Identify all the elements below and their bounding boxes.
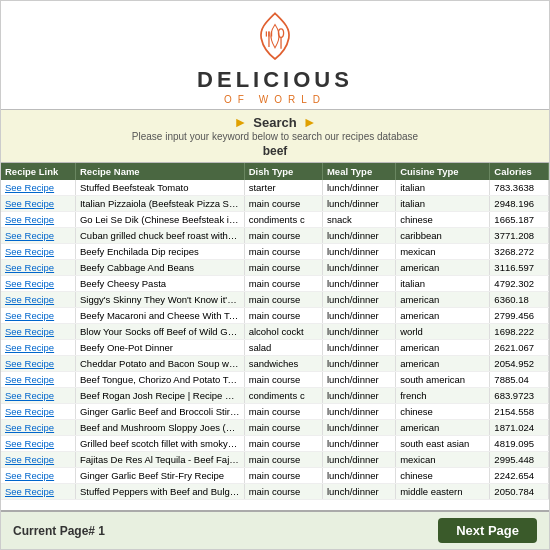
table-cell: main course xyxy=(244,436,322,452)
table-cell: salad xyxy=(244,340,322,356)
table-cell: 1871.024 xyxy=(490,420,549,436)
table-cell: main course xyxy=(244,196,322,212)
table-cell: Blow Your Socks off Beef of Wild Game Ma… xyxy=(75,324,244,340)
table-cell: italian xyxy=(396,180,490,196)
table-cell: lunch/dinner xyxy=(322,180,395,196)
table-row: See RecipeStuffed Beefsteak Tomatostarte… xyxy=(1,180,549,196)
recipe-link[interactable]: See Recipe xyxy=(1,388,75,404)
table-row: See RecipeCuban grilled chuck beef roast… xyxy=(1,228,549,244)
table-cell: american xyxy=(396,260,490,276)
table-cell: sandwiches xyxy=(244,356,322,372)
table-cell: 4819.095 xyxy=(490,436,549,452)
table-cell: Ginger Garlic Beef Stir-Fry Recipe xyxy=(75,468,244,484)
recipe-link[interactable]: See Recipe xyxy=(1,180,75,196)
table-cell: lunch/dinner xyxy=(322,260,395,276)
table-cell: lunch/dinner xyxy=(322,436,395,452)
table-cell: Beefy One-Pot Dinner xyxy=(75,340,244,356)
table-cell: Beefy Enchilada Dip recipes xyxy=(75,244,244,260)
recipe-link[interactable]: See Recipe xyxy=(1,404,75,420)
recipe-link[interactable]: See Recipe xyxy=(1,228,75,244)
table-cell: lunch/dinner xyxy=(322,356,395,372)
table-row: See RecipeBlow Your Socks off Beef of Wi… xyxy=(1,324,549,340)
table-cell: Siggy's Skinny They Won't Know it's not … xyxy=(75,292,244,308)
table-row: See RecipeGrilled beef scotch fillet wit… xyxy=(1,436,549,452)
table-body: See RecipeStuffed Beefsteak Tomatostarte… xyxy=(1,180,549,500)
recipe-link[interactable]: See Recipe xyxy=(1,468,75,484)
recipe-link[interactable]: See Recipe xyxy=(1,196,75,212)
table-cell: french xyxy=(396,388,490,404)
table-cell: 6360.18 xyxy=(490,292,549,308)
table-cell: lunch/dinner xyxy=(322,244,395,260)
table-cell: snack xyxy=(322,212,395,228)
table-cell: Ginger Garlic Beef and Broccoli Stir Fry xyxy=(75,404,244,420)
table-cell: lunch/dinner xyxy=(322,276,395,292)
table-cell: 7885.04 xyxy=(490,372,549,388)
table-cell: 783.3638 xyxy=(490,180,549,196)
table-row: See RecipeBeef Tongue, Chorizo And Potat… xyxy=(1,372,549,388)
table-cell: main course xyxy=(244,292,322,308)
table-cell: Fajitas De Res Al Tequila - Beef Fajitas… xyxy=(75,452,244,468)
header: DELICIOUS OF WORLD xyxy=(1,1,549,109)
table-cell: main course xyxy=(244,276,322,292)
recipe-link[interactable]: See Recipe xyxy=(1,340,75,356)
table-cell: Beef Rogan Josh Recipe | Recipe Rogan Jo… xyxy=(75,388,244,404)
recipe-link[interactable]: See Recipe xyxy=(1,372,75,388)
table-row: See RecipeGo Lei Se Dik (Chinese Beefste… xyxy=(1,212,549,228)
recipe-link[interactable]: See Recipe xyxy=(1,356,75,372)
table-cell: lunch/dinner xyxy=(322,420,395,436)
table-cell: mexican xyxy=(396,244,490,260)
recipe-link[interactable]: See Recipe xyxy=(1,436,75,452)
table-cell: american xyxy=(396,292,490,308)
search-title: Search xyxy=(253,115,296,130)
table-cell: starter xyxy=(244,180,322,196)
table-cell: 2621.067 xyxy=(490,340,549,356)
table-row: See RecipeSiggy's Skinny They Won't Know… xyxy=(1,292,549,308)
table-cell: Beef Tongue, Chorizo And Potato Taquitos… xyxy=(75,372,244,388)
table-cell: lunch/dinner xyxy=(322,196,395,212)
recipe-link[interactable]: See Recipe xyxy=(1,212,75,228)
table-cell: Cheddar Potato and Bacon Soup with Roast… xyxy=(75,356,244,372)
table-cell: 4792.302 xyxy=(490,276,549,292)
table-cell: main course xyxy=(244,308,322,324)
col-meal-type: Meal Type xyxy=(322,163,395,180)
recipe-link[interactable]: See Recipe xyxy=(1,244,75,260)
table-cell: 2799.456 xyxy=(490,308,549,324)
app-container: DELICIOUS OF WORLD ► Search ► Please inp… xyxy=(0,0,550,550)
recipe-link[interactable]: See Recipe xyxy=(1,420,75,436)
recipe-link[interactable]: See Recipe xyxy=(1,308,75,324)
table-cell: chinese xyxy=(396,404,490,420)
table-cell: 1665.187 xyxy=(490,212,549,228)
table-cell: Cuban grilled chuck beef roast with gril… xyxy=(75,228,244,244)
table-cell: main course xyxy=(244,484,322,500)
results-table: Recipe Link Recipe Name Dish Type Meal T… xyxy=(1,163,549,500)
table-cell: Italian Pizzaiola (Beefsteak Pizza Style… xyxy=(75,196,244,212)
recipe-link[interactable]: See Recipe xyxy=(1,484,75,500)
brand-title: DELICIOUS xyxy=(197,67,353,93)
col-calories: Calories xyxy=(490,163,549,180)
table-cell: chinese xyxy=(396,212,490,228)
table-row: See RecipeBeefy Macaroni and Cheese With… xyxy=(1,308,549,324)
table-row: See RecipeBeefy Cheesy Pastamain coursel… xyxy=(1,276,549,292)
table-cell: Beefy Cheesy Pasta xyxy=(75,276,244,292)
table-row: See RecipeBeefy Cabbage And Beansmain co… xyxy=(1,260,549,276)
recipe-link[interactable]: See Recipe xyxy=(1,452,75,468)
table-cell: 683.9723 xyxy=(490,388,549,404)
col-dish-type: Dish Type xyxy=(244,163,322,180)
table-cell: main course xyxy=(244,420,322,436)
recipe-link[interactable]: See Recipe xyxy=(1,276,75,292)
col-recipe-link: Recipe Link xyxy=(1,163,75,180)
table-cell: lunch/dinner xyxy=(322,468,395,484)
table-cell: 3116.597 xyxy=(490,260,549,276)
table-cell: south american xyxy=(396,372,490,388)
table-cell: Stuffed Beefsteak Tomato xyxy=(75,180,244,196)
recipe-link[interactable]: See Recipe xyxy=(1,260,75,276)
recipe-link[interactable]: See Recipe xyxy=(1,292,75,308)
recipe-link[interactable]: See Recipe xyxy=(1,324,75,340)
table-cell: Stuffed Peppers with Beef and Bulgur Whe… xyxy=(75,484,244,500)
table-cell: 2154.558 xyxy=(490,404,549,420)
arrow-right-icon: ► xyxy=(303,114,317,130)
table-cell: south east asian xyxy=(396,436,490,452)
table-row: See RecipeGinger Garlic Beef Stir-Fry Re… xyxy=(1,468,549,484)
next-page-button[interactable]: Next Page xyxy=(438,518,537,543)
current-page-info: Current Page# 1 xyxy=(13,524,105,538)
